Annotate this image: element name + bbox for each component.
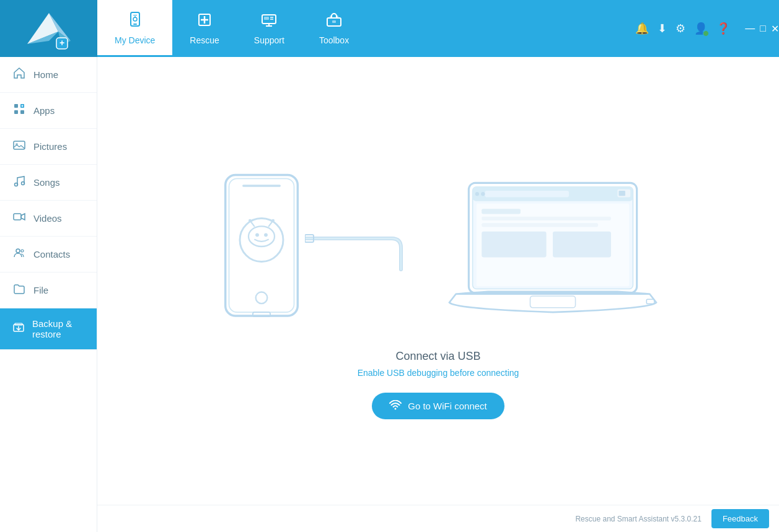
rescue-icon bbox=[196, 12, 213, 32]
svg-rect-63 bbox=[482, 223, 598, 227]
svg-rect-40 bbox=[226, 175, 298, 316]
tab-my-device-label: My Device bbox=[115, 35, 155, 45]
tab-toolbox-label: Toolbox bbox=[319, 35, 349, 45]
close-button[interactable]: ✕ bbox=[771, 23, 779, 35]
home-icon bbox=[12, 67, 26, 82]
svg-point-51 bbox=[271, 219, 275, 222]
apps-icon bbox=[12, 103, 26, 118]
svg-point-33 bbox=[15, 183, 18, 186]
sidebar: Home Apps Pictures bbox=[0, 57, 97, 532]
app-logo: + bbox=[24, 7, 74, 50]
sidebar-item-songs-label: Songs bbox=[33, 177, 60, 188]
svg-point-9 bbox=[133, 17, 137, 21]
svg-rect-17 bbox=[264, 17, 269, 20]
pictures-icon bbox=[12, 139, 26, 154]
svg-rect-64 bbox=[482, 231, 546, 257]
svg-rect-69 bbox=[646, 299, 654, 303]
svg-point-44 bbox=[240, 218, 283, 261]
svg-point-47 bbox=[264, 233, 268, 237]
sidebar-item-backup-label: Backup & restore bbox=[32, 318, 84, 339]
sidebar-item-file[interactable]: File bbox=[0, 273, 97, 308]
phone-illustration bbox=[218, 170, 305, 331]
svg-point-21 bbox=[330, 15, 332, 18]
contacts-icon bbox=[12, 246, 26, 262]
svg-point-37 bbox=[21, 250, 24, 252]
svg-rect-67 bbox=[618, 190, 625, 195]
tab-toolbox[interactable]: Toolbox bbox=[302, 0, 366, 57]
svg-rect-35 bbox=[14, 214, 21, 220]
tab-support-label: Support bbox=[254, 35, 284, 45]
sidebar-item-videos-label: Videos bbox=[33, 213, 62, 224]
svg-point-43 bbox=[256, 292, 268, 303]
titlebar: + My Device bbox=[0, 0, 779, 57]
backup-icon bbox=[12, 321, 25, 337]
sidebar-item-contacts[interactable]: Contacts bbox=[0, 237, 97, 273]
videos-icon bbox=[12, 211, 26, 226]
svg-rect-8 bbox=[133, 15, 137, 15]
maximize-button[interactable]: □ bbox=[760, 23, 766, 34]
sidebar-item-backup[interactable]: Backup & restore bbox=[0, 308, 97, 350]
tab-rescue[interactable]: Rescue bbox=[172, 0, 236, 57]
sidebar-item-pictures[interactable]: Pictures bbox=[0, 129, 97, 165]
sidebar-item-videos[interactable]: Videos bbox=[0, 201, 97, 237]
svg-point-50 bbox=[249, 219, 252, 222]
feedback-button[interactable]: Feedback bbox=[711, 509, 769, 528]
svg-rect-68 bbox=[530, 296, 575, 308]
svg-point-59 bbox=[481, 192, 485, 196]
my-device-icon bbox=[127, 12, 143, 32]
usb-illustration bbox=[218, 170, 658, 331]
svg-rect-26 bbox=[14, 110, 18, 114]
tab-my-device[interactable]: My Device bbox=[97, 0, 172, 57]
user-icon[interactable]: 👤 bbox=[694, 22, 708, 35]
songs-icon bbox=[12, 175, 26, 190]
svg-point-70 bbox=[395, 408, 397, 409]
svg-point-46 bbox=[255, 233, 259, 237]
usb-cable bbox=[305, 226, 447, 276]
svg-rect-61 bbox=[482, 209, 521, 214]
svg-text:+: + bbox=[59, 38, 64, 48]
wifi-icon bbox=[389, 400, 402, 412]
connection-subtitle: Enable USB debugging before connecting bbox=[358, 368, 519, 378]
sidebar-item-home[interactable]: Home bbox=[0, 57, 97, 93]
sidebar-item-pictures-label: Pictures bbox=[33, 141, 67, 152]
sidebar-item-songs[interactable]: Songs bbox=[0, 165, 97, 201]
main-content: Connect via USB Enable USB debugging bef… bbox=[97, 57, 779, 532]
tab-support[interactable]: Support bbox=[237, 0, 302, 57]
minimize-button[interactable]: — bbox=[745, 23, 755, 34]
svg-rect-7 bbox=[133, 24, 137, 25]
laptop-illustration bbox=[447, 177, 658, 325]
settings-icon[interactable]: ⚙ bbox=[676, 22, 685, 35]
svg-point-45 bbox=[249, 226, 275, 246]
titlebar-actions: 🔔 ⬇ ⚙ 👤 ❓ bbox=[635, 22, 740, 35]
download-icon[interactable]: ⬇ bbox=[658, 22, 667, 35]
svg-rect-23 bbox=[332, 20, 336, 23]
nav-tabs: My Device Rescue bbox=[97, 0, 635, 57]
svg-rect-57 bbox=[485, 190, 569, 196]
toolbox-icon bbox=[326, 12, 342, 32]
connection-title: Connect via USB bbox=[395, 350, 480, 363]
wifi-connect-button-label: Go to WiFi connect bbox=[408, 401, 487, 411]
svg-rect-31 bbox=[14, 141, 25, 149]
support-icon bbox=[261, 12, 277, 32]
version-text: Rescue and Smart Assistant v5.3.0.21 bbox=[575, 515, 701, 523]
tab-rescue-label: Rescue bbox=[190, 35, 219, 45]
notification-icon[interactable]: 🔔 bbox=[635, 22, 649, 35]
sidebar-item-apps-label: Apps bbox=[33, 105, 55, 116]
file-icon bbox=[12, 282, 26, 298]
svg-rect-62 bbox=[482, 216, 611, 220]
logo-area: + bbox=[0, 0, 97, 57]
sidebar-item-apps[interactable]: Apps bbox=[0, 93, 97, 129]
svg-rect-27 bbox=[20, 110, 24, 114]
help-icon[interactable]: ❓ bbox=[716, 22, 730, 35]
svg-point-36 bbox=[16, 249, 20, 253]
svg-rect-24 bbox=[14, 104, 18, 108]
footer: Rescue and Smart Assistant v5.3.0.21 Fee… bbox=[97, 505, 779, 532]
sidebar-item-home-label: Home bbox=[33, 69, 58, 80]
wifi-connect-button[interactable]: Go to WiFi connect bbox=[372, 393, 504, 419]
sidebar-item-contacts-label: Contacts bbox=[33, 249, 70, 259]
sidebar-item-file-label: File bbox=[33, 285, 48, 295]
svg-point-22 bbox=[336, 15, 338, 18]
window-controls: — □ ✕ bbox=[740, 23, 779, 35]
svg-point-58 bbox=[475, 192, 479, 196]
svg-point-34 bbox=[22, 182, 25, 185]
